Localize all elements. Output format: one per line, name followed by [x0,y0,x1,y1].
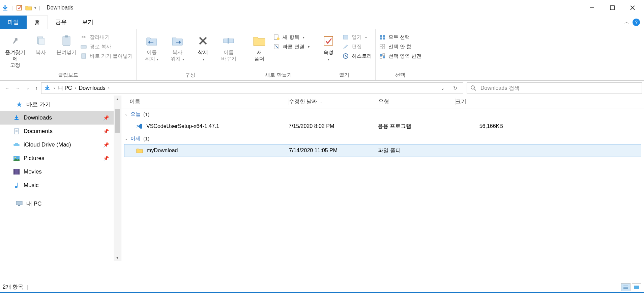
svg-rect-41 [19,169,20,175]
svg-rect-25 [383,47,385,49]
file-name: myDownload [147,148,178,154]
svg-rect-7 [65,35,68,37]
history-button[interactable]: 히스토리 [342,53,372,59]
column-size[interactable]: 크기 [456,98,511,105]
scroll-up-icon[interactable]: ▲ [114,96,121,102]
nav-documents[interactable]: Documents 📌 [0,125,121,138]
nav-movies[interactable]: Movies [0,165,121,179]
delete-button[interactable]: 삭제▾ [191,32,215,63]
refresh-button[interactable]: ↻ [449,83,461,94]
back-button[interactable]: ← [5,85,9,91]
nav-this-pc[interactable]: 내 PC [0,197,121,210]
history-icon [342,53,349,59]
copy-path-button[interactable]: 경로 복사 [80,43,133,50]
tab-view[interactable]: 보기 [75,16,101,29]
ribbon-group-new: 새 폴더 새 항목▾ 빠른 연결▾ 새로 만들기 [244,29,313,80]
group-today[interactable]: ⌄ 오늘 (1) [121,108,644,120]
forward-button[interactable]: → [16,85,20,91]
file-type: 파일 폴더 [378,147,455,154]
nav-music[interactable]: Music [0,179,121,192]
nav-pictures[interactable]: Pictures 📌 [0,152,121,165]
rename-label: 이름 바꾸기 [221,49,236,62]
search-icon [470,85,476,91]
ribbon-group-clipboard: 즐겨찾기에 고정 복사 붙여넣기 ✂잘라내기 경로 복사 바로 가기 붙여넣기 … [0,29,137,80]
properties-icon [321,34,335,48]
details-view-button[interactable] [621,283,631,291]
file-row-mydownload[interactable]: myDownload 7/14/2020 11:05 PM 파일 폴더 [124,144,641,157]
svg-rect-24 [380,47,382,49]
nav-scrollbar[interactable]: ▲ ▼ [114,96,121,261]
select-all-button[interactable]: 모두 선택 [379,34,421,41]
rename-button[interactable]: 이름 바꾸기 [217,32,240,63]
copy-to-icon [170,34,184,48]
copy-path-icon [80,43,87,50]
delete-icon [196,34,210,48]
group-yesterday[interactable]: ⌄ 어제 (1) [121,133,644,144]
maximize-button[interactable] [602,0,622,16]
qat-properties-icon[interactable] [16,4,23,11]
group-yesterday-label: 어제 [130,135,141,142]
move-to-button[interactable]: 이동 위치 ▾ [140,32,164,63]
nav-downloads[interactable]: Downloads 📌 [0,111,121,125]
column-name[interactable]: 이름 [121,98,289,105]
qat-customize-caret[interactable]: ▾ [34,6,36,10]
nav-quick-access-label: 바로 가기 [26,101,51,108]
content-pane: 이름 수정한 날짜⌄ 유형 크기 ⌄ 오늘 (1) VSCodeUserSetu… [121,96,644,261]
column-headers: 이름 수정한 날짜⌄ 유형 크기 [121,96,644,108]
paste-button[interactable]: 붙여넣기 [55,32,78,57]
cut-button[interactable]: ✂잘라내기 [80,34,133,41]
close-button[interactable] [622,0,643,16]
invert-selection-button[interactable]: 선택 영역 반전 [379,53,421,59]
edit-icon [342,43,349,50]
select-none-button[interactable]: 선택 안 함 [379,43,421,50]
new-item-icon [273,34,280,41]
breadcrumb-current[interactable]: Downloads [79,85,106,91]
pin-icon [8,34,22,48]
crumb-sep-2[interactable]: › [108,86,110,90]
qat-divider-2: | [39,5,40,10]
open-button[interactable]: 열기▾ [342,34,372,41]
scroll-down-icon[interactable]: ▼ [114,254,121,261]
invert-selection-icon [379,53,386,59]
new-folder-button[interactable]: 새 폴더 [247,32,271,63]
copy-button[interactable]: 복사 [29,32,53,57]
nav-icloud[interactable]: iCloud Drive (Mac) 📌 [0,138,121,152]
crumb-sep-root[interactable]: › [54,86,55,90]
minimize-button[interactable] [582,0,602,16]
new-item-button[interactable]: 새 항목▾ [273,34,309,41]
pin-to-quick-access-button[interactable]: 즐겨찾기에 고정 [3,32,27,70]
qat-folder-icon[interactable] [25,4,32,11]
tab-file[interactable]: 파일 [0,16,27,29]
thumbnails-view-button[interactable] [632,283,641,291]
music-icon [13,182,20,189]
copy-label: 복사 [36,49,46,56]
properties-button[interactable]: 속성▾ [317,32,340,63]
address-history-caret[interactable]: ⌄ [437,83,449,94]
breadcrumb-root[interactable]: 내 PC [58,85,72,92]
new-folder-label: 새 폴더 [254,49,264,62]
organize-group-title: 구성 [140,72,240,78]
nav-quick-access[interactable]: 바로 가기 [0,98,121,111]
group-today-label: 오늘 [130,111,141,117]
address-row: ← → ⌄ ↑ › 내 PC › Downloads › ⌄ ↻ Downloa… [0,81,644,96]
crumb-sep-1[interactable]: › [75,86,76,90]
column-type[interactable]: 유형 [378,98,455,105]
edit-button[interactable]: 편집 [342,43,372,50]
search-box[interactable]: Downloads 검색 [467,82,642,94]
tab-share[interactable]: 공유 [48,16,75,29]
help-icon[interactable]: ? [633,19,640,26]
svg-rect-18 [380,35,382,37]
collapse-ribbon-icon[interactable]: ︿ [624,19,629,25]
copy-to-button[interactable]: 복사 위치 ▾ [166,32,189,63]
recent-locations-caret[interactable]: ⌄ [26,86,29,90]
file-row-vscode[interactable]: VSCodeUserSetup-x64-1.47.1 7/15/2020 8:0… [121,120,644,133]
easy-access-button[interactable]: 빠른 연결▾ [273,43,309,50]
svg-rect-9 [82,54,86,58]
scroll-thumb[interactable] [115,109,120,133]
up-button[interactable]: ↑ [35,85,38,91]
paste-shortcut-button[interactable]: 바로 가기 붙여넣기 [80,53,133,59]
tab-home[interactable]: 홈 [27,16,48,29]
address-bar[interactable]: › 내 PC › Downloads › ⌄ ↻ [41,82,463,94]
column-date[interactable]: 수정한 날짜⌄ [289,98,378,105]
svg-point-13 [277,37,280,40]
